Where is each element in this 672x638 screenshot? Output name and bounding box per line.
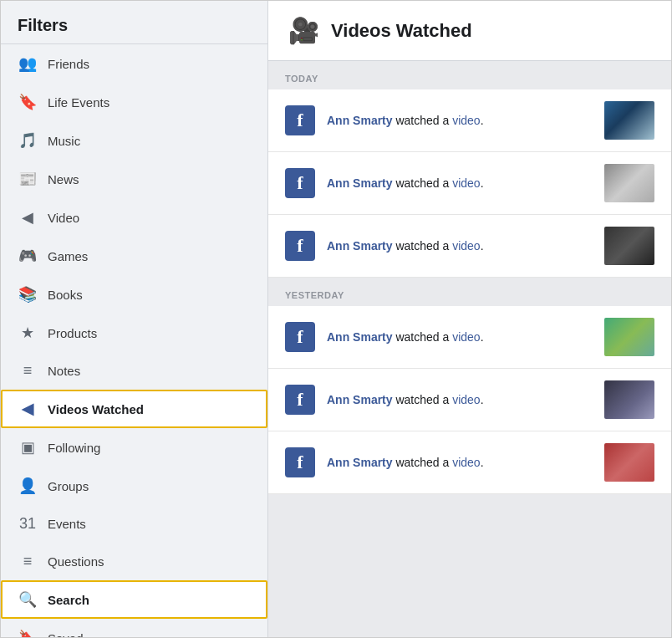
video-link[interactable]: video (452, 239, 480, 253)
activity-item: fAnn Smarty watched a video. (268, 369, 671, 431)
video-thumbnail (604, 164, 654, 202)
sidebar-item-products[interactable]: ★Products (1, 314, 267, 352)
sidebar-item-label-questions: Questions (48, 554, 104, 569)
facebook-icon: f (285, 105, 315, 135)
sidebar-item-label-news: News (48, 172, 79, 186)
sidebar-item-label-video: Video (48, 211, 79, 225)
sidebar-item-label-books: Books (48, 288, 83, 302)
activity-text: Ann Smarty watched a video. (327, 239, 593, 253)
main-content: 🎥 Videos Watched TODAYfAnn Smarty watche… (268, 1, 671, 637)
groups-icon: 👤 (16, 477, 39, 495)
user-link[interactable]: Ann Smarty (327, 330, 393, 344)
facebook-icon: f (285, 447, 315, 477)
video-link[interactable]: video (452, 114, 480, 127)
main-header: 🎥 Videos Watched (268, 1, 671, 61)
user-link[interactable]: Ann Smarty (327, 456, 393, 469)
video-link[interactable]: video (452, 176, 480, 190)
sidebar-item-events[interactable]: 31Events (1, 505, 267, 543)
questions-icon: ≡ (16, 553, 39, 570)
user-link[interactable]: Ann Smarty (327, 114, 393, 127)
sidebar-item-books[interactable]: 📚Books (1, 275, 267, 314)
section-divider: YESTERDAY (268, 278, 671, 306)
sidebar-item-label-music: Music (48, 134, 80, 148)
facebook-icon: f (285, 168, 315, 198)
section-label: TODAY (285, 74, 318, 84)
facebook-icon: f (285, 385, 315, 415)
sidebar-item-news[interactable]: 📰News (1, 160, 267, 198)
sidebar-item-life-events[interactable]: 🔖Life Events (1, 83, 267, 121)
sidebar-item-label-notes: Notes (48, 364, 80, 378)
sidebar-item-label-products: Products (48, 326, 97, 340)
sidebar-item-questions[interactable]: ≡Questions (1, 543, 267, 580)
sidebar-item-label-saved: Saved (48, 631, 84, 638)
videos-watched-icon: ◀ (16, 400, 39, 418)
video-icon: ◀ (16, 208, 39, 227)
video-thumbnail (604, 101, 654, 140)
music-icon: 🎵 (16, 131, 39, 150)
sidebar-header: Filters (1, 1, 267, 44)
activity-text: Ann Smarty watched a video. (327, 114, 593, 127)
activity-text: Ann Smarty watched a video. (327, 393, 593, 406)
sidebar-item-video[interactable]: ◀Video (1, 198, 267, 237)
notes-icon: ≡ (16, 362, 39, 380)
sidebar-item-label-events: Events (48, 517, 86, 531)
sidebar-item-following[interactable]: ▣Following (1, 428, 267, 467)
video-link[interactable]: video (452, 456, 480, 469)
activity-item: fAnn Smarty watched a video. (268, 215, 671, 278)
sidebar-item-videos-watched[interactable]: ◀Videos Watched (1, 390, 267, 428)
sidebar-item-search[interactable]: 🔍Search (1, 580, 267, 619)
section-label: YESTERDAY (285, 290, 344, 300)
activity-item: fAnn Smarty watched a video. (268, 431, 671, 494)
video-thumbnail (604, 380, 654, 419)
sidebar-item-label-friends: Friends (48, 57, 89, 71)
activity-item: fAnn Smarty watched a video. (268, 306, 671, 369)
products-icon: ★ (16, 324, 39, 342)
user-link[interactable]: Ann Smarty (327, 393, 393, 406)
video-link[interactable]: video (452, 330, 480, 344)
sidebar-nav: 👥Friends🔖Life Events🎵Music📰News◀Video🎮Ga… (1, 44, 267, 637)
news-icon: 📰 (16, 170, 39, 188)
sidebar-item-label-videos-watched: Videos Watched (48, 402, 144, 416)
sidebar-item-games[interactable]: 🎮Games (1, 237, 267, 275)
sidebar-item-label-search: Search (48, 593, 89, 607)
main-header-title: Videos Watched (331, 20, 472, 42)
events-icon: 31 (16, 515, 39, 533)
facebook-icon: f (285, 231, 315, 261)
games-icon: 🎮 (16, 247, 39, 265)
life-events-icon: 🔖 (16, 93, 39, 111)
friends-icon: 👥 (16, 54, 39, 73)
sidebar: Filters 👥Friends🔖Life Events🎵Music📰News◀… (1, 1, 268, 637)
saved-icon: 🔖 (16, 629, 39, 637)
user-link[interactable]: Ann Smarty (327, 176, 393, 190)
search-icon: 🔍 (16, 590, 39, 609)
activity-item: fAnn Smarty watched a video. (268, 152, 671, 215)
sidebar-item-music[interactable]: 🎵Music (1, 121, 267, 160)
video-thumbnail (604, 318, 654, 356)
activity-text: Ann Smarty watched a video. (327, 456, 593, 469)
user-link[interactable]: Ann Smarty (327, 239, 393, 253)
activity-item: fAnn Smarty watched a video. (268, 89, 671, 152)
sidebar-item-saved[interactable]: 🔖Saved (1, 619, 267, 637)
activity-feed: TODAYfAnn Smarty watched a video.fAnn Sm… (268, 61, 671, 637)
section-divider: TODAY (268, 61, 671, 89)
sidebar-item-label-following: Following (48, 441, 100, 455)
books-icon: 📚 (16, 285, 39, 304)
sidebar-item-label-groups: Groups (48, 479, 89, 493)
sidebar-item-notes[interactable]: ≡Notes (1, 352, 267, 390)
video-thumbnail (604, 443, 654, 482)
app-container: Filters 👥Friends🔖Life Events🎵Music📰News◀… (0, 0, 672, 638)
activity-text: Ann Smarty watched a video. (327, 330, 593, 344)
sidebar-item-friends[interactable]: 👥Friends (1, 44, 267, 83)
sidebar-item-groups[interactable]: 👤Groups (1, 467, 267, 505)
video-thumbnail (604, 227, 654, 265)
sidebar-item-label-games: Games (48, 249, 88, 263)
activity-text: Ann Smarty watched a video. (327, 176, 593, 190)
video-link[interactable]: video (452, 393, 480, 406)
videos-watched-header-icon: 🎥 (288, 16, 319, 45)
following-icon: ▣ (16, 438, 39, 457)
facebook-icon: f (285, 322, 315, 352)
sidebar-item-label-life-events: Life Events (48, 95, 109, 110)
